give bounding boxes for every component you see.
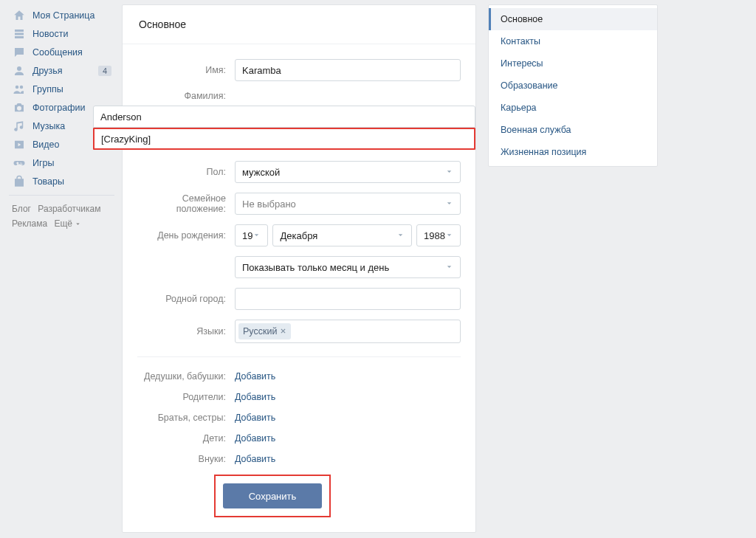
chevron-down-icon [396,230,405,241]
nav-music[interactable]: Музыка [9,117,122,135]
section-military[interactable]: Военная служба [489,119,657,141]
music-icon [12,119,27,134]
nav-video[interactable]: Видео [9,135,122,154]
footer-links: Блог Разработчикам Реклама Ещё [9,200,122,231]
bday-month-value: Декабря [280,230,317,241]
group-icon [12,82,27,97]
first-name-input[interactable] [235,59,461,81]
label-first-name: Имя: [137,65,235,75]
divider [137,356,461,357]
feed-icon [12,27,27,41]
chevron-down-icon [445,230,453,241]
bag-icon [12,174,27,189]
left-nav: Моя Страница Новости Сообщения Друзья 4 … [0,0,122,538]
nav-label: Фотографии [32,103,85,113]
gender-select[interactable]: мужской [235,161,461,183]
nav-label: Игры [32,158,54,168]
last-name-input[interactable] [93,106,475,128]
video-icon [12,137,27,152]
chevron-down-icon [445,167,453,178]
footer-ads[interactable]: Реклама [12,218,47,229]
nav-label: Видео [32,139,60,150]
section-education[interactable]: Образование [489,75,657,97]
footer-devs[interactable]: Разработчикам [38,204,100,214]
nickname-input[interactable] [94,129,474,148]
label-children: Дети: [137,433,235,444]
nav-label: Новости [32,29,68,39]
nav-label: Группы [32,84,63,94]
languages-select[interactable]: Русский [235,320,461,343]
panel-title: Основное [123,5,475,44]
games-icon [12,156,27,170]
nav-label: Друзья [32,66,63,76]
chevron-down-icon [252,230,261,241]
section-contacts[interactable]: Контакты [489,30,657,52]
label-gender: Пол: [137,167,235,177]
language-chip[interactable]: Русский [238,323,291,339]
nav-friends[interactable]: Друзья 4 [9,61,122,80]
chevron-down-icon [445,199,453,210]
bday-month-select[interactable]: Декабря [272,224,412,246]
settings-sections: Основное Контакты Интересы Образование К… [488,4,658,167]
edit-panel: Основное Имя: Фамилия: Пол: мужской [122,4,476,533]
section-life[interactable]: Жизненная позиция [489,141,657,163]
nav-label: Моя Страница [32,10,94,21]
bday-year-value: 1988 [424,230,445,241]
label-hometown: Родной город: [137,294,235,304]
nickname-highlight [93,128,475,150]
label-languages: Языки: [137,326,235,337]
add-parents-link[interactable]: Добавить [235,392,275,402]
profile-form: Имя: Фамилия: Пол: мужской [123,44,475,517]
home-icon [12,8,27,23]
save-button[interactable]: Сохранить [223,483,322,508]
nav-label: Товары [32,176,64,187]
language-chip-label: Русский [243,326,277,337]
chevron-down-icon [445,262,453,273]
bday-visibility-value: Показывать только месяц и день [242,262,389,273]
bday-year-select[interactable]: 1988 [416,224,461,246]
label-birthday: День рождения: [137,230,235,241]
label-grandparents: Дедушки, бабушки: [137,371,235,382]
label-parents: Родители: [137,392,235,402]
nav-label: Музыка [32,121,65,131]
footer-more[interactable]: Ещё [54,216,81,231]
footer-blog[interactable]: Блог [12,204,31,214]
bday-visibility-select[interactable]: Показывать только месяц и день [235,256,461,278]
save-highlight: Сохранить [214,475,331,517]
section-interests[interactable]: Интересы [489,52,657,75]
nav-market[interactable]: Товары [9,172,122,190]
nav-my-page[interactable]: Моя Страница [9,6,122,24]
footer-more-label: Ещё [54,216,72,231]
relationship-select[interactable]: Не выбрано [235,193,461,215]
camera-icon [12,100,27,115]
label-relationship: Семейное положение: [137,193,235,214]
section-main[interactable]: Основное [489,8,657,30]
nav-news[interactable]: Новости [9,24,122,43]
label-last-name: Фамилия: [137,91,235,101]
message-icon [12,45,27,60]
add-siblings-link[interactable]: Добавить [235,413,275,423]
nav-label: Сообщения [32,47,83,58]
nav-separator [9,195,114,196]
relationship-value: Не выбрано [242,199,296,210]
nav-messages[interactable]: Сообщения [9,43,122,61]
hometown-input[interactable] [235,288,461,310]
user-icon [12,63,27,78]
nav-groups[interactable]: Группы [9,80,122,98]
bday-day-value: 19 [242,230,252,241]
bday-day-select[interactable]: 19 [235,224,268,246]
nav-photos[interactable]: Фотографии [9,98,122,117]
label-grandchildren: Внуки: [137,454,235,464]
remove-chip-icon[interactable] [280,326,286,337]
add-grandparents-link[interactable]: Добавить [235,371,275,382]
gender-value: мужской [242,167,280,178]
label-siblings: Братья, сестры: [137,413,235,423]
friends-badge: 4 [98,66,111,76]
add-grandchildren-link[interactable]: Добавить [235,454,275,464]
add-children-link[interactable]: Добавить [235,433,275,444]
section-career[interactable]: Карьера [489,97,657,119]
chevron-down-icon [75,221,81,227]
nav-games[interactable]: Игры [9,154,122,172]
